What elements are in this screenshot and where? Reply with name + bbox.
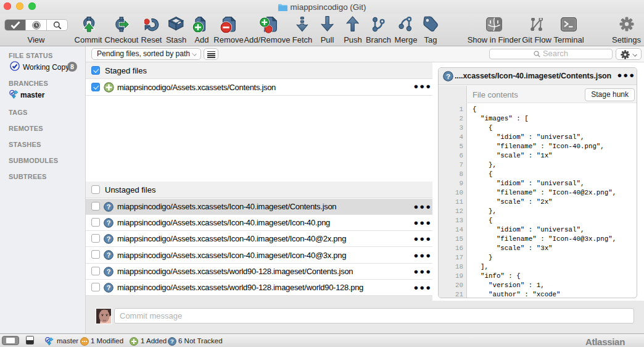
svg-text:?: ? — [446, 72, 450, 80]
svg-text:?: ? — [107, 268, 111, 275]
svg-text:?: ? — [107, 203, 111, 211]
svg-text:?: ? — [107, 251, 111, 259]
svg-text:?: ? — [107, 235, 111, 243]
svg-text:?: ? — [107, 219, 111, 227]
svg-text:?: ? — [170, 338, 174, 345]
svg-text:?: ? — [107, 284, 111, 291]
